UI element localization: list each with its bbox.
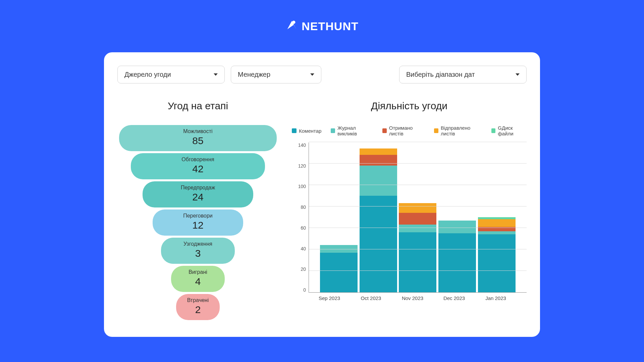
- funnel-stage-label: Переговори: [153, 213, 243, 219]
- funnel-stage: Передпродаж 24: [143, 181, 253, 207]
- legend-item-sent: Відправлено листів: [434, 125, 482, 136]
- bars-row: [309, 142, 527, 292]
- grid-line: [309, 206, 527, 206]
- y-tick: 40: [301, 246, 306, 251]
- chevron-down-icon: [310, 73, 314, 76]
- x-tick: Jan 2023: [477, 295, 515, 301]
- funnel-stage-label: Узгодження: [161, 241, 235, 247]
- legend-item-comment: Коментар: [292, 125, 321, 136]
- legend-label: GДиск файли: [498, 125, 527, 136]
- bar-segment: [438, 221, 476, 233]
- y-tick: 60: [301, 225, 306, 231]
- funnel-chart: Можливості 85 Обговорення 42 Передпродаж…: [117, 125, 278, 320]
- funnel-panel: Угод на етапі Можливості 85 Обговорення …: [117, 100, 278, 320]
- bar-column: [438, 221, 476, 292]
- grid-line: [309, 185, 527, 185]
- funnel-stage-value: 42: [131, 163, 265, 175]
- funnel-stage-value: 4: [171, 276, 225, 287]
- swatch-icon: [434, 128, 438, 133]
- y-tick: 120: [298, 163, 306, 169]
- y-axis: 140120100806040200: [292, 142, 309, 293]
- manager-label: Менеджер: [238, 71, 270, 78]
- bar-segment: [478, 231, 516, 235]
- funnel-stage: Узгодження 3: [161, 238, 235, 264]
- bar-column: [320, 245, 358, 292]
- chevron-down-icon: [214, 73, 218, 76]
- grid-line: [309, 163, 527, 164]
- swatch-icon: [331, 128, 335, 133]
- funnel-stage: Втрачені 2: [176, 294, 220, 320]
- date-range-label: Виберіть діапазон дат: [406, 71, 475, 78]
- manager-select[interactable]: Менеджер: [231, 66, 321, 83]
- bar-segment: [399, 232, 436, 292]
- deal-source-select[interactable]: Джерело угоди: [117, 66, 225, 83]
- funnel-stage-value: 85: [119, 135, 277, 146]
- bar-segment: [320, 253, 358, 292]
- swatch-icon: [292, 128, 297, 133]
- funnel-stage-label: Передпродаж: [143, 185, 253, 191]
- legend-item-received: Отримано листів: [382, 125, 425, 136]
- x-axis: Sep 2023Oct 2023Nov 2023Dec 2023Jan 2023: [292, 293, 527, 301]
- y-tick: 80: [301, 204, 306, 210]
- plot-area: [309, 142, 527, 293]
- bar-column: [478, 217, 516, 292]
- nethunt-logo-icon: [285, 18, 298, 34]
- y-tick: 140: [298, 142, 306, 148]
- bar-segment: [360, 166, 397, 196]
- bar-segment: [478, 234, 516, 292]
- activity-panel: Діяльність угоди Коментар Журнал викликі…: [292, 100, 527, 320]
- bar-segment: [399, 225, 436, 232]
- chevron-down-icon: [516, 73, 520, 76]
- legend-label: Журнал викликів: [337, 125, 373, 136]
- y-tick: 100: [298, 184, 306, 189]
- filters-row: Джерело угоди Менеджер Виберіть діапазон…: [117, 66, 527, 83]
- y-tick: 0: [303, 287, 306, 293]
- grid-line: [309, 142, 527, 142]
- swatch-icon: [382, 128, 387, 133]
- funnel-stage: Переговори 12: [153, 209, 243, 236]
- funnel-stage-value: 2: [176, 304, 220, 315]
- brand-name: NETHUNT: [302, 20, 358, 33]
- bar-column: [399, 203, 436, 292]
- bar-segment: [399, 203, 436, 213]
- x-tick: Sep 2023: [311, 295, 348, 301]
- funnel-title: Угод на етапі: [117, 100, 278, 112]
- grid-line: [309, 228, 527, 228]
- chart-legend: Коментар Журнал викликів Отримано листів…: [292, 125, 527, 136]
- funnel-stage: Можливості 85: [119, 125, 277, 151]
- y-tick: 20: [301, 266, 306, 272]
- funnel-stage: Обговорення 42: [131, 153, 265, 179]
- funnel-stage-label: Виграні: [171, 269, 225, 275]
- funnel-stage-label: Можливості: [119, 128, 277, 134]
- legend-label: Отримано листів: [389, 125, 425, 136]
- deal-source-label: Джерело угоди: [124, 71, 171, 78]
- legend-item-calls: Журнал викликів: [331, 125, 373, 136]
- funnel-stage-value: 3: [161, 248, 235, 259]
- filters-left: Джерело угоди Менеджер: [117, 66, 321, 83]
- bar-segment: [399, 213, 436, 225]
- funnel-stage-label: Втрачені: [176, 297, 220, 303]
- bar-segment: [438, 233, 476, 292]
- funnel-stage-label: Обговорення: [131, 157, 265, 163]
- funnel-stage-value: 12: [153, 220, 243, 231]
- grid-line: [309, 270, 527, 271]
- activity-title: Діяльність угоди: [292, 100, 527, 112]
- grid-line: [309, 249, 527, 249]
- bar-segment: [360, 196, 397, 292]
- x-tick: Dec 2023: [435, 295, 473, 301]
- funnel-stage: Виграні 4: [171, 266, 225, 292]
- legend-label: Відправлено листів: [441, 125, 482, 136]
- legend-item-gdisk: GДиск файли: [491, 125, 527, 136]
- bar-segment: [360, 155, 397, 166]
- funnel-stage-value: 24: [143, 191, 253, 203]
- brand-header: NETHUNT: [285, 18, 358, 34]
- bar-segment: [478, 219, 516, 227]
- date-range-select[interactable]: Виберіть діапазон дат: [399, 66, 527, 83]
- bar-segment: [360, 148, 397, 155]
- x-tick: Nov 2023: [394, 295, 431, 301]
- swatch-icon: [491, 128, 496, 133]
- chart-wrap: 140120100806040200: [292, 142, 527, 293]
- dashboard-card: Джерело угоди Менеджер Виберіть діапазон…: [104, 52, 540, 337]
- x-tick: Oct 2023: [352, 295, 390, 301]
- legend-label: Коментар: [299, 128, 321, 134]
